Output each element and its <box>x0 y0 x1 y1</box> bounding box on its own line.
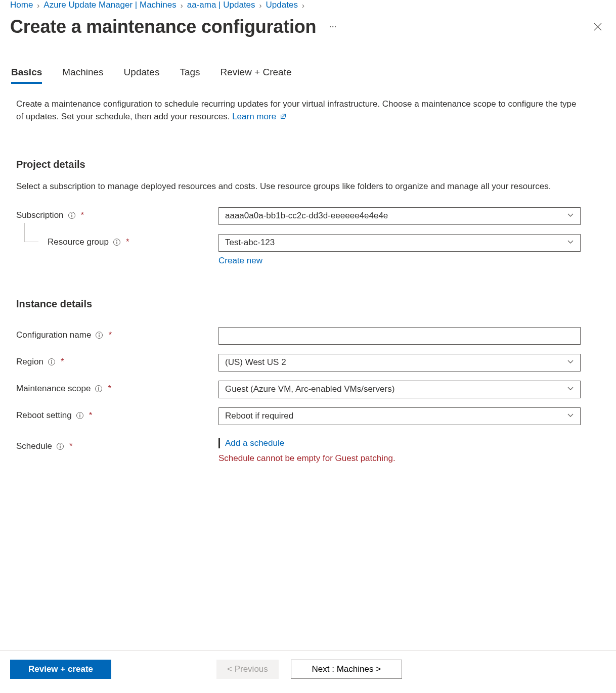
add-schedule-link[interactable]: Add a schedule <box>225 438 284 448</box>
close-button[interactable] <box>590 19 606 35</box>
svg-point-16 <box>79 413 80 414</box>
description-text: Create a maintenance configuration to sc… <box>16 99 577 121</box>
required-indicator: * <box>89 410 93 421</box>
chevron-down-icon <box>567 411 574 421</box>
breadcrumb: Home › Azure Update Manager | Machines ›… <box>10 0 606 13</box>
project-details-heading: Project details <box>10 159 606 170</box>
info-icon[interactable] <box>113 238 121 246</box>
svg-rect-11 <box>51 361 52 364</box>
close-icon <box>593 22 603 32</box>
info-icon[interactable] <box>48 358 56 366</box>
chevron-right-icon: › <box>181 1 183 10</box>
schedule-label: Schedule <box>16 441 52 451</box>
region-label: Region <box>16 357 43 367</box>
breadcrumb-aa-ama[interactable]: aa-ama | Updates <box>187 0 255 10</box>
info-icon[interactable] <box>56 442 64 450</box>
required-indicator: * <box>108 330 112 340</box>
maintenance-scope-select[interactable]: Guest (Azure VM, Arc-enabled VMs/servers… <box>218 381 581 398</box>
breadcrumb-updates[interactable]: Updates <box>266 0 298 10</box>
svg-point-7 <box>99 333 100 334</box>
reboot-setting-value: Reboot if required <box>225 411 293 421</box>
resource-group-label: Resource group <box>48 237 109 247</box>
maintenance-scope-label: Maintenance scope <box>16 384 91 394</box>
region-value: (US) West US 2 <box>225 357 286 367</box>
chevron-down-icon <box>567 357 574 367</box>
resource-group-value: Test-abc-123 <box>225 238 275 248</box>
svg-point-10 <box>51 360 52 361</box>
svg-rect-5 <box>116 242 117 244</box>
chevron-right-icon: › <box>259 1 262 10</box>
required-indicator: * <box>108 384 111 394</box>
tab-review[interactable]: Review + Create <box>221 67 292 84</box>
required-indicator: * <box>69 441 73 451</box>
tab-updates[interactable]: Updates <box>124 67 160 84</box>
next-button[interactable]: Next : Machines > <box>291 660 402 679</box>
required-indicator: * <box>126 237 129 247</box>
chevron-down-icon <box>567 384 574 394</box>
create-new-resource-group-link[interactable]: Create new <box>218 256 262 266</box>
reboot-setting-select[interactable]: Reboot if required <box>218 407 581 425</box>
chevron-right-icon: › <box>302 1 304 10</box>
tab-tags[interactable]: Tags <box>180 67 200 84</box>
more-actions-button[interactable]: ··· <box>326 20 340 33</box>
info-icon[interactable] <box>95 331 103 339</box>
instance-details-heading: Instance details <box>10 298 606 310</box>
required-indicator: * <box>61 357 64 367</box>
schedule-error: Schedule cannot be empty for Guest patch… <box>218 453 581 464</box>
resource-group-select[interactable]: Test-abc-123 <box>218 234 581 252</box>
schedule-field: Add a schedule <box>218 438 581 448</box>
region-select[interactable]: (US) West US 2 <box>218 354 581 372</box>
reboot-setting-label: Reboot setting <box>16 410 72 421</box>
info-icon[interactable] <box>76 411 84 420</box>
svg-point-4 <box>116 240 117 241</box>
svg-point-1 <box>71 213 72 214</box>
subscription-select[interactable]: aaaa0a0a-bb1b-cc2c-dd3d-eeeeee4e4e4e <box>218 207 581 225</box>
review-create-button[interactable]: Review + create <box>10 660 111 679</box>
external-link-icon <box>280 111 287 124</box>
tab-basics[interactable]: Basics <box>11 67 42 84</box>
breadcrumb-update-manager[interactable]: Azure Update Manager | Machines <box>43 0 176 10</box>
svg-rect-20 <box>60 446 60 448</box>
info-icon[interactable] <box>68 211 76 219</box>
svg-rect-8 <box>99 335 100 337</box>
configuration-name-label: Configuration name <box>16 330 91 340</box>
info-icon[interactable] <box>95 385 103 393</box>
svg-point-13 <box>99 387 100 388</box>
chevron-down-icon <box>567 211 574 221</box>
maintenance-scope-value: Guest (Azure VM, Arc-enabled VMs/servers… <box>225 384 394 394</box>
learn-more-link[interactable]: Learn more <box>232 112 287 121</box>
chevron-right-icon: › <box>37 1 39 10</box>
page-title: Create a maintenance configuration <box>10 16 316 37</box>
configuration-name-input[interactable] <box>218 327 581 345</box>
svg-rect-2 <box>71 215 72 217</box>
svg-rect-14 <box>99 388 99 391</box>
tab-bar: Basics Machines Updates Tags Review + Cr… <box>10 67 606 84</box>
tree-connector <box>24 223 38 242</box>
svg-point-19 <box>60 444 61 445</box>
project-details-description: Select a subscription to manage deployed… <box>10 180 566 193</box>
required-indicator: * <box>81 210 84 220</box>
wizard-footer: Review + create < Previous Next : Machin… <box>0 650 616 693</box>
subscription-label: Subscription <box>16 210 64 220</box>
page-description: Create a maintenance configuration to sc… <box>10 98 582 123</box>
tab-machines[interactable]: Machines <box>62 67 103 84</box>
previous-button: < Previous <box>216 660 279 679</box>
subscription-value: aaaa0a0a-bb1b-cc2c-dd3d-eeeeee4e4e4e <box>225 211 388 221</box>
breadcrumb-home[interactable]: Home <box>10 0 33 10</box>
svg-rect-17 <box>79 415 80 418</box>
chevron-down-icon <box>567 238 574 248</box>
